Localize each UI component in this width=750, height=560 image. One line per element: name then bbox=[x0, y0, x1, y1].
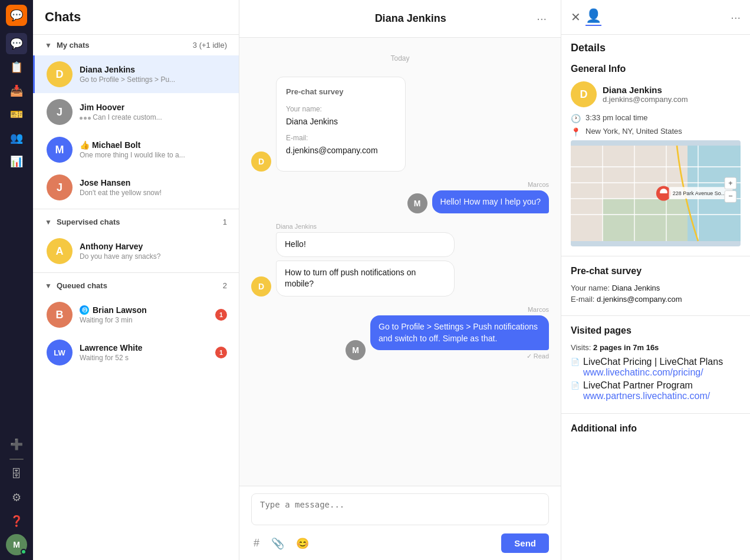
visits-value: 2 pages in 7m 16s bbox=[593, 343, 659, 352]
chat-name-lawrence: Lawrence White bbox=[80, 343, 215, 353]
msg-content-survey: Pre-chat survey Your name: Diana Jenkins… bbox=[276, 77, 406, 172]
message-3: Marcos Go to Profile > Settings > Push n… bbox=[251, 306, 549, 360]
details-panel-header: ✕ 👤 ··· bbox=[561, 0, 750, 35]
typing-indicator bbox=[80, 117, 91, 120]
local-time-text: 3:33 pm local time bbox=[585, 113, 648, 122]
visited-pages-section: Visited pages Visits: 2 pages in 7m 16s … bbox=[561, 316, 750, 414]
msg-content-3: Marcos Go to Profile > Settings > Push n… bbox=[370, 306, 549, 360]
map-view[interactable]: 228 Park Avenue So... + − bbox=[571, 140, 741, 246]
svg-text:228 Park Avenue So...: 228 Park Avenue So... bbox=[673, 190, 725, 196]
my-chats-section-header[interactable]: ▼ My chats 3 (+1 idle) bbox=[33, 35, 239, 55]
avatar-michael: M bbox=[47, 137, 73, 163]
general-info-section: General Info D Diana Jenkins d.jenkins@c… bbox=[561, 54, 750, 256]
nav-customers[interactable]: 👥 bbox=[6, 127, 27, 149]
nav-tickets[interactable]: 🎫 bbox=[6, 104, 27, 125]
messages-area: Today D Pre-chat survey Your name: Diana… bbox=[239, 38, 561, 486]
survey-name-label: Your name: bbox=[286, 105, 322, 113]
survey-name-value: Diana Jenkins bbox=[286, 116, 396, 128]
hashtag-button[interactable]: # bbox=[251, 535, 262, 552]
app-logo: 💬 bbox=[6, 5, 27, 26]
nav-add[interactable]: ➕ bbox=[6, 434, 27, 455]
chat-item-anthony[interactable]: A Anthony Harvey Do you have any snacks? bbox=[33, 232, 239, 270]
chat-item-jim[interactable]: J Jim Hoover Can I create custom... bbox=[33, 93, 239, 131]
left-navigation: 💬 💬 📋 📥 🎫 👥 📊 ➕ 🗄 ⚙ ❓ M bbox=[0, 0, 33, 560]
page-item-2: 📄 LiveChat Partner Program www.partners.… bbox=[571, 380, 741, 401]
msg-content-1: Marcos Hello! How may I help you? bbox=[432, 181, 549, 214]
nav-inbox[interactable]: 📥 bbox=[6, 80, 27, 101]
page-url-1[interactable]: www.livechatinc.com/pricing/ bbox=[583, 367, 723, 378]
chat-preview-jose: Don't eat the yellow snow! bbox=[80, 189, 227, 197]
supervised-chats-section-header[interactable]: ▼ Supervised chats 1 bbox=[33, 212, 239, 232]
avatar-jim: J bbox=[47, 99, 73, 125]
svg-text:+: + bbox=[728, 179, 732, 187]
page-title-2: LiveChat Partner Program bbox=[583, 380, 710, 391]
survey-email-value: d.jenkins@company.com bbox=[286, 145, 396, 157]
attachment-button[interactable]: 📎 bbox=[269, 535, 287, 552]
chat-name-diana: Diana Jenkins bbox=[80, 65, 227, 74]
general-info-title: General Info bbox=[571, 64, 741, 74]
survey-bubble: Pre-chat survey Your name: Diana Jenkins… bbox=[276, 77, 406, 172]
clock-icon: 🕐 bbox=[571, 114, 581, 123]
queued-chats-label: Queued chats bbox=[57, 281, 223, 290]
nav-help[interactable]: ❓ bbox=[6, 510, 27, 532]
nav-user-avatar[interactable]: M bbox=[6, 534, 27, 555]
msg-content-2: Diana Jenkins Hello! How to turn off pus… bbox=[276, 223, 455, 297]
profile-tab-button[interactable]: 👤 bbox=[585, 8, 601, 26]
avatar-jose: J bbox=[47, 174, 73, 200]
visits-label: Visits: bbox=[571, 343, 593, 352]
survey-title: Pre-chat survey bbox=[286, 87, 396, 97]
message-input[interactable] bbox=[251, 493, 549, 525]
chat-header-title: Diana Jenkins bbox=[287, 12, 534, 25]
emoji-button[interactable]: 😊 bbox=[294, 535, 311, 552]
chat-preview-brian: Waiting for 3 min bbox=[80, 316, 215, 324]
panel-more-button[interactable]: ··· bbox=[731, 11, 741, 24]
msg-avatar-diana: D bbox=[251, 151, 271, 172]
page-title-1: LiveChat Pricing | LiveChat Plans bbox=[583, 357, 723, 367]
chat-item-brian[interactable]: B ⓜ Brian Lawson Waiting for 3 min 1 bbox=[33, 296, 239, 334]
chat-info-michael: 👍 Michael Bolt One more thing I would li… bbox=[80, 140, 227, 159]
chat-header: Diana Jenkins ··· bbox=[239, 0, 561, 38]
chat-info-diana: Diana Jenkins Go to Profile > Settings >… bbox=[80, 65, 227, 84]
avatar-brian: B bbox=[47, 302, 73, 328]
msg-bubble-3: Go to Profile > Settings > Push notifica… bbox=[370, 315, 549, 350]
chat-preview-jim: Can I create custom... bbox=[80, 113, 227, 121]
nav-reports[interactable]: 📋 bbox=[6, 57, 27, 78]
chat-name-jim: Jim Hoover bbox=[80, 103, 227, 112]
customer-email: d.jenkins@company.com bbox=[603, 95, 688, 104]
msg-sender-diana: Diana Jenkins bbox=[276, 223, 455, 230]
chat-item-michael[interactable]: M 👍 Michael Bolt One more thing I would … bbox=[33, 131, 239, 169]
chat-item-lawrence[interactable]: LW Lawrence White Waiting for 52 s 1 bbox=[33, 334, 239, 371]
my-chats-label: My chats bbox=[57, 41, 193, 50]
send-button[interactable]: Send bbox=[501, 533, 549, 553]
chat-header-actions: ··· bbox=[534, 9, 549, 28]
page-url-2[interactable]: www.partners.livechatinc.com/ bbox=[583, 391, 710, 401]
supervised-chats-list: A Anthony Harvey Do you have any snacks? bbox=[33, 232, 239, 270]
page-icon-2: 📄 bbox=[571, 381, 580, 390]
msg-sender-marcos-2: Marcos bbox=[370, 306, 549, 313]
badge-brian: 1 bbox=[215, 309, 227, 321]
queued-chats-section-header[interactable]: ▼ Queued chats 2 bbox=[33, 275, 239, 296]
chat-item-jose[interactable]: J Jose Hansen Don't eat the yellow snow! bbox=[33, 169, 239, 206]
survey-email-field: E-mail: d.jenkins@company.com bbox=[286, 132, 396, 156]
nav-divider-bar bbox=[9, 459, 24, 460]
nav-archive[interactable]: 🗄 bbox=[6, 463, 27, 485]
survey-name-field: Your name: Diana Jenkins bbox=[286, 103, 396, 127]
nav-chats[interactable]: 💬 bbox=[6, 33, 27, 54]
more-options-button[interactable]: ··· bbox=[534, 9, 549, 28]
nav-analytics[interactable]: 📊 bbox=[6, 151, 27, 172]
survey-name-value: Diana Jenkins bbox=[612, 284, 660, 292]
sidebar-title: Chats bbox=[33, 0, 239, 35]
my-chats-count: 3 (+1 idle) bbox=[193, 41, 227, 50]
date-divider: Today bbox=[251, 54, 549, 62]
my-chats-chevron: ▼ bbox=[45, 41, 52, 50]
close-panel-button[interactable]: ✕ bbox=[571, 10, 581, 24]
additional-info-title: Additional info bbox=[571, 423, 741, 434]
supervised-chats-label: Supervised chats bbox=[57, 218, 223, 226]
chat-info-brian: ⓜ Brian Lawson Waiting for 3 min bbox=[80, 305, 215, 324]
chat-info-lawrence: Lawrence White Waiting for 52 s bbox=[80, 343, 215, 362]
chat-item-diana[interactable]: D Diana Jenkins Go to Profile > Settings… bbox=[33, 55, 239, 93]
sidebar: Chats ▼ My chats 3 (+1 idle) D Diana Jen… bbox=[33, 0, 239, 560]
msg-avatar-diana-2: D bbox=[251, 276, 271, 297]
nav-settings[interactable]: ⚙ bbox=[6, 487, 27, 508]
msg-bubble-1: Hello! How may I help you? bbox=[432, 190, 549, 214]
